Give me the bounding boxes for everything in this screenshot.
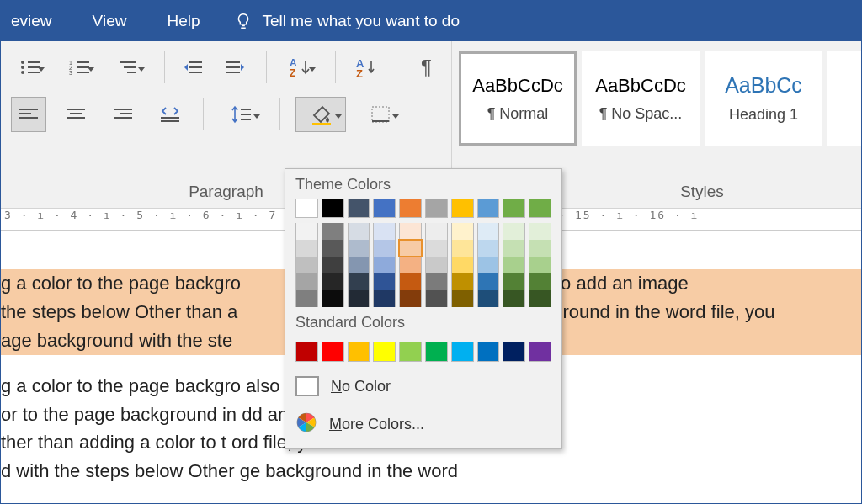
color-swatch[interactable] (451, 257, 474, 273)
color-swatch[interactable] (425, 273, 448, 290)
color-swatch[interactable] (477, 273, 500, 290)
svg-rect-13 (124, 66, 136, 68)
color-swatch[interactable] (529, 240, 551, 257)
color-swatch[interactable] (295, 290, 318, 307)
style-item[interactable]: AaBbCcDc¶ No Spac... (582, 51, 700, 146)
color-swatch[interactable] (295, 240, 318, 257)
color-swatch[interactable] (322, 240, 344, 257)
color-swatch[interactable] (295, 342, 318, 362)
color-swatch[interactable] (451, 223, 474, 240)
color-swatch[interactable] (503, 257, 525, 273)
color-swatch[interactable] (451, 273, 474, 290)
increase-indent-button[interactable] (221, 50, 251, 85)
color-swatch[interactable] (322, 223, 344, 240)
color-swatch[interactable] (529, 290, 551, 307)
numbering-button[interactable]: 123 (61, 50, 98, 85)
style-item[interactable]: AH (827, 51, 862, 146)
sort-az-button[interactable]: AZ (351, 50, 380, 85)
color-swatch[interactable] (399, 240, 422, 257)
color-swatch[interactable] (503, 290, 525, 307)
color-swatch[interactable] (503, 223, 525, 240)
color-swatch[interactable] (477, 199, 500, 218)
color-swatch[interactable] (477, 257, 500, 273)
svg-text:Z: Z (356, 67, 363, 77)
color-swatch[interactable] (503, 273, 525, 290)
tab-view[interactable]: View (86, 7, 134, 35)
tab-help[interactable]: Help (160, 7, 206, 35)
shading-button[interactable] (295, 97, 346, 132)
decrease-indent-button[interactable] (179, 50, 209, 85)
more-colors-item[interactable]: More Colors... (285, 404, 561, 445)
color-swatch[interactable] (529, 223, 551, 240)
color-swatch[interactable] (451, 199, 474, 218)
svg-rect-11 (77, 72, 89, 73)
color-swatch[interactable] (399, 342, 422, 362)
color-swatch[interactable] (399, 290, 422, 307)
color-swatch[interactable] (322, 273, 344, 290)
color-swatch[interactable] (348, 199, 370, 218)
style-item[interactable]: AaBbCcHeading 1 (705, 51, 822, 146)
color-swatch[interactable] (295, 223, 318, 240)
color-swatch[interactable] (425, 257, 448, 273)
color-swatch[interactable] (399, 223, 422, 240)
color-swatch[interactable] (477, 240, 500, 257)
bullets-button[interactable] (11, 50, 49, 85)
color-swatch[interactable] (348, 342, 370, 362)
color-swatch[interactable] (373, 240, 396, 257)
color-swatch[interactable] (425, 223, 448, 240)
no-color-icon (295, 376, 319, 396)
color-swatch[interactable] (295, 257, 318, 273)
color-swatch[interactable] (348, 273, 370, 290)
justify-button[interactable] (152, 97, 188, 132)
color-swatch[interactable] (503, 199, 525, 218)
color-swatch[interactable] (322, 257, 344, 273)
color-swatch[interactable] (399, 199, 422, 218)
color-swatch[interactable] (348, 240, 370, 257)
color-swatch[interactable] (425, 199, 448, 218)
color-swatch[interactable] (529, 199, 551, 218)
color-swatch[interactable] (451, 240, 474, 257)
color-swatch[interactable] (295, 273, 318, 290)
color-swatch[interactable] (451, 342, 474, 362)
style-item[interactable]: AaBbCcDc¶ Normal (459, 51, 577, 146)
color-swatch[interactable] (477, 290, 500, 307)
color-swatch[interactable] (322, 199, 344, 218)
color-swatch[interactable] (322, 342, 344, 362)
tab-review[interactable]: eview (4, 7, 59, 35)
color-swatch[interactable] (399, 257, 422, 273)
color-swatch[interactable] (373, 223, 396, 240)
borders-button[interactable] (358, 97, 403, 132)
tell-me-search[interactable]: Tell me what you want to do (234, 12, 460, 30)
color-swatch[interactable] (322, 290, 344, 307)
color-swatch[interactable] (295, 199, 318, 218)
color-swatch[interactable] (373, 257, 396, 273)
color-swatch[interactable] (373, 199, 396, 218)
color-swatch[interactable] (529, 257, 551, 273)
color-swatch[interactable] (529, 342, 551, 362)
color-swatch[interactable] (477, 223, 500, 240)
multilevel-list-button[interactable] (110, 50, 148, 85)
show-paragraph-marks-button[interactable]: ¶ (412, 50, 441, 85)
color-swatch[interactable] (373, 342, 396, 362)
color-swatch[interactable] (373, 273, 396, 290)
color-swatch[interactable] (477, 342, 500, 362)
line-spacing-button[interactable] (219, 97, 264, 132)
color-swatch[interactable] (399, 273, 422, 290)
align-left-button[interactable] (11, 97, 46, 132)
color-swatch[interactable] (348, 257, 370, 273)
color-swatch[interactable] (425, 240, 448, 257)
color-swatch[interactable] (451, 290, 474, 307)
align-center-button[interactable] (58, 97, 93, 132)
no-color-item[interactable]: No Color (285, 369, 561, 404)
align-right-button[interactable] (105, 97, 141, 132)
color-swatch[interactable] (529, 273, 551, 290)
color-swatch[interactable] (425, 342, 448, 362)
color-swatch[interactable] (348, 223, 370, 240)
styles-gallery[interactable]: AaBbCcDc¶ NormalAaBbCcDc¶ No Spac...AaBb… (459, 51, 862, 183)
sort-button[interactable]: AZ (282, 50, 320, 85)
color-swatch[interactable] (348, 290, 370, 307)
color-swatch[interactable] (503, 342, 525, 362)
color-swatch[interactable] (373, 290, 396, 307)
color-swatch[interactable] (503, 240, 525, 257)
color-swatch[interactable] (425, 290, 448, 307)
